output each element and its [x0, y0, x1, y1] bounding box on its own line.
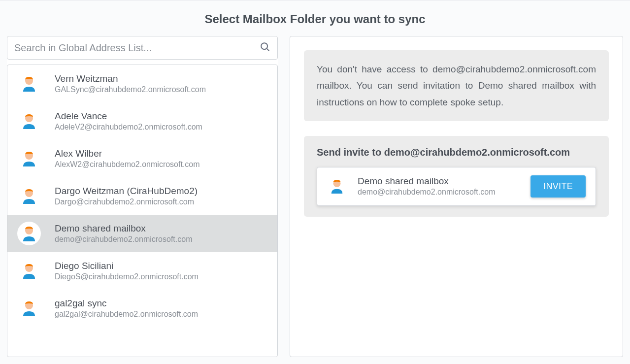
- user-avatar-icon: [17, 222, 41, 245]
- contact-name: Adele Vance: [55, 111, 202, 122]
- invite-button[interactable]: INVITE: [531, 175, 586, 198]
- contact-email: AlexW2@cirahubdemo2.onmicrosoft.com: [55, 160, 200, 169]
- svg-point-1: [261, 43, 267, 49]
- list-item[interactable]: Demo shared mailbox demo@cirahubdemo2.on…: [7, 215, 277, 252]
- user-avatar-icon: [17, 72, 41, 96]
- contact-name: gal2gal sync: [55, 298, 198, 309]
- list-item[interactable]: Diego Siciliani DiegoS@cirahubdemo2.onmi…: [7, 252, 277, 290]
- invite-name: Demo shared mailbox: [358, 176, 520, 187]
- user-avatar-icon: [17, 109, 41, 133]
- invite-title: Send invite to demo@cirahubdemo2.onmicro…: [317, 147, 596, 158]
- contact-name: Diego Siciliani: [55, 261, 199, 271]
- list-item[interactable]: Dargo Weitzman (CiraHubDemo2) Dargo@cira…: [7, 177, 277, 215]
- contact-email: DiegoS@cirahubdemo2.onmicrosoft.com: [55, 272, 199, 281]
- search-wrap[interactable]: [7, 36, 278, 60]
- contact-name: Dargo Weitzman (CiraHubDemo2): [55, 186, 198, 197]
- svg-line-2: [266, 48, 269, 51]
- contact-email: AdeleV2@cirahubdemo2.onmicrosoft.com: [55, 123, 202, 132]
- list-item[interactable]: Vern Weitzman GALSync@cirahubdemo2.onmic…: [7, 65, 277, 102]
- info-text: You don't have access to demo@cirahubdem…: [317, 61, 596, 110]
- contact-name: Alex Wilber: [55, 148, 200, 159]
- user-avatar-icon: [17, 297, 41, 320]
- contact-email: demo@cirahubdemo2.onmicrosoft.com: [55, 235, 192, 244]
- contact-list[interactable]: Vern Weitzman GALSync@cirahubdemo2.onmic…: [7, 65, 277, 357]
- list-item[interactable]: Alex Wilber AlexW2@cirahubdemo2.onmicros…: [7, 140, 277, 177]
- info-box: You don't have access to demo@cirahubdem…: [304, 50, 609, 121]
- invite-box: Send invite to demo@cirahubdemo2.onmicro…: [304, 136, 609, 217]
- right-panel: You don't have access to demo@cirahubdem…: [290, 36, 623, 357]
- user-avatar-icon: [327, 176, 347, 196]
- contact-email: gal2gal@cirahubdemo2.onmicrosoft.com: [55, 310, 198, 319]
- user-avatar-icon: [17, 147, 41, 170]
- search-icon: [260, 41, 270, 54]
- user-avatar-icon: [17, 259, 41, 283]
- invite-email: demo@cirahubdemo2.onmicrosoft.com: [358, 188, 520, 197]
- page-title: Select Mailbox Folder you want to sync: [0, 12, 630, 26]
- list-item[interactable]: Adele Vance AdeleV2@cirahubdemo2.onmicro…: [7, 102, 277, 140]
- search-input[interactable]: [14, 42, 260, 54]
- left-panel: Vern Weitzman GALSync@cirahubdemo2.onmic…: [7, 36, 278, 357]
- contact-name: Demo shared mailbox: [55, 223, 192, 234]
- contact-name: Vern Weitzman: [55, 73, 206, 84]
- list-item[interactable]: gal2gal sync gal2gal@cirahubdemo2.onmicr…: [7, 290, 277, 327]
- contact-email: GALSync@cirahubdemo2.onmicrosoft.com: [55, 85, 206, 94]
- user-avatar-icon: [17, 184, 41, 208]
- invite-card: Demo shared mailbox demo@cirahubdemo2.on…: [317, 167, 596, 206]
- contact-email: Dargo@cirahubdemo2.onmicrosoft.com: [55, 198, 198, 206]
